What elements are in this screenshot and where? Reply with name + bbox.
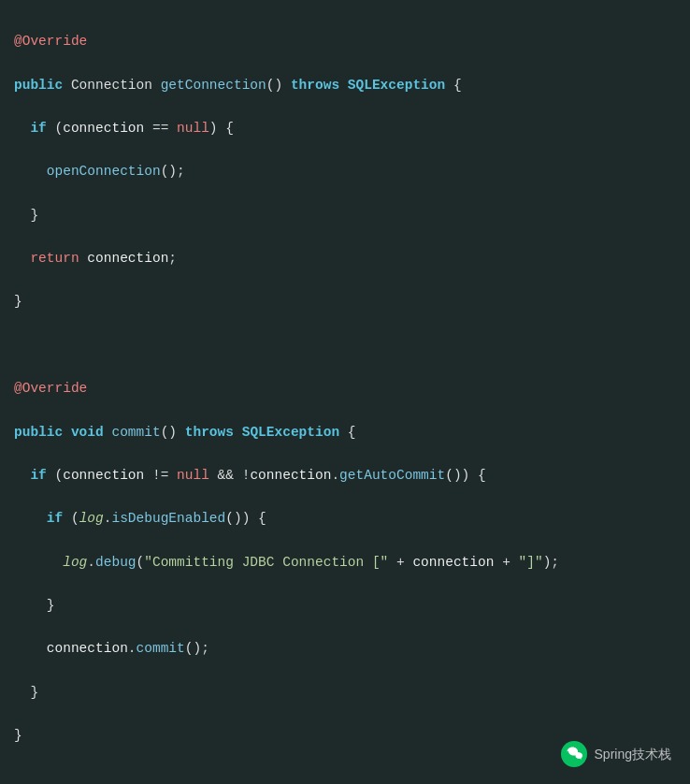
annotation-2: @Override [14,381,87,396]
watermark-text: Spring技术栈 [595,744,671,764]
code-container: @Override public Connection getConnectio… [0,0,690,784]
watermark: Spring技术栈 [561,741,671,767]
wechat-icon [561,741,587,767]
annotation-1: @Override [14,34,87,49]
